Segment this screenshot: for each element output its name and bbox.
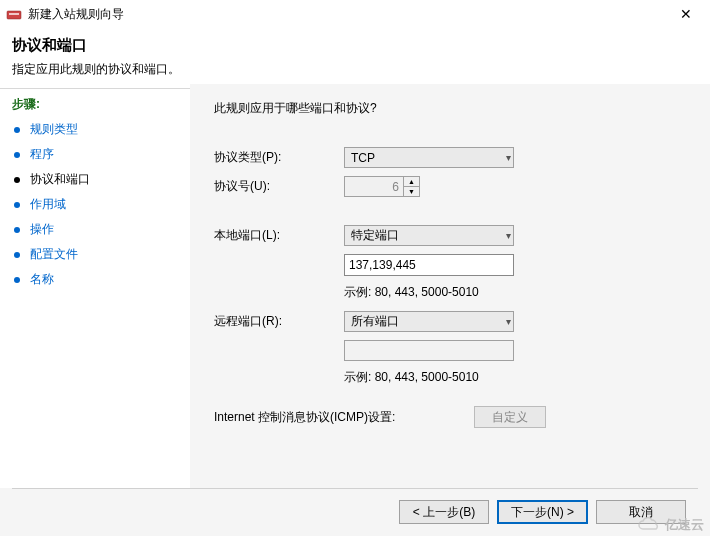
icmp-customize-button: 自定义 <box>474 406 546 428</box>
page-title: 协议和端口 <box>12 36 698 55</box>
spinner: ▲ ▼ <box>403 177 419 196</box>
steps-heading: 步骤: <box>12 96 182 113</box>
chevron-down-icon: ▾ <box>506 316 511 327</box>
remote-port-input <box>344 340 514 361</box>
local-port-dropdown[interactable]: 特定端口 ▾ <box>344 225 514 246</box>
sidebar-step-0[interactable]: 规则类型 <box>12 121 182 138</box>
row-icmp: Internet 控制消息协议(ICMP)设置: 自定义 <box>214 406 686 428</box>
titlebar: 新建入站规则向导 ✕ <box>0 0 710 28</box>
protocol-type-value: TCP <box>351 151 375 165</box>
footer-divider <box>12 488 698 489</box>
next-button[interactable]: 下一步(N) > <box>497 500 588 524</box>
step-label: 操作 <box>30 221 54 238</box>
local-port-example: 示例: 80, 443, 5000-5010 <box>344 284 686 301</box>
bullet-icon <box>14 152 20 158</box>
sidebar-step-3[interactable]: 作用域 <box>12 196 182 213</box>
step-label: 程序 <box>30 146 54 163</box>
bullet-icon <box>14 227 20 233</box>
local-port-label: 本地端口(L): <box>214 227 344 244</box>
svg-rect-1 <box>9 13 19 15</box>
step-label: 协议和端口 <box>30 171 90 188</box>
body: 步骤: 规则类型程序协议和端口作用域操作配置文件名称 此规则应用于哪些端口和协议… <box>0 84 710 488</box>
app-icon <box>6 6 22 22</box>
spin-down-icon[interactable]: ▼ <box>403 187 419 196</box>
bullet-icon <box>14 177 20 183</box>
chevron-down-icon: ▾ <box>506 230 511 241</box>
remote-port-label: 远程端口(R): <box>214 313 344 330</box>
close-button[interactable]: ✕ <box>670 4 702 24</box>
remote-port-example: 示例: 80, 443, 5000-5010 <box>344 369 686 386</box>
row-protocol-number: 协议号(U): 6 ▲ ▼ <box>214 176 686 197</box>
content-panel: 此规则应用于哪些端口和协议? 协议类型(P): TCP ▾ 协议号(U): 6 … <box>190 84 710 488</box>
back-button[interactable]: < 上一步(B) <box>399 500 489 524</box>
sidebar-step-1[interactable]: 程序 <box>12 146 182 163</box>
step-label: 配置文件 <box>30 246 78 263</box>
row-local-port: 本地端口(L): 特定端口 ▾ <box>214 225 686 246</box>
step-label: 规则类型 <box>30 121 78 138</box>
wizard-window: 新建入站规则向导 ✕ 协议和端口 指定应用此规则的协议和端口。 步骤: 规则类型… <box>0 0 710 536</box>
chevron-down-icon: ▾ <box>506 152 511 163</box>
sidebar-step-5[interactable]: 配置文件 <box>12 246 182 263</box>
cloud-icon <box>637 517 661 533</box>
row-protocol-type: 协议类型(P): TCP ▾ <box>214 147 686 168</box>
spin-up-icon[interactable]: ▲ <box>403 177 419 187</box>
bullet-icon <box>14 127 20 133</box>
sidebar-step-6[interactable]: 名称 <box>12 271 182 288</box>
remote-port-select-value: 所有端口 <box>351 313 399 330</box>
content-heading: 此规则应用于哪些端口和协议? <box>214 100 686 117</box>
protocol-type-dropdown[interactable]: TCP ▾ <box>344 147 514 168</box>
bullet-icon <box>14 277 20 283</box>
watermark: 亿速云 <box>637 516 704 534</box>
icmp-label: Internet 控制消息协议(ICMP)设置: <box>214 409 474 426</box>
page-subtitle: 指定应用此规则的协议和端口。 <box>12 61 698 78</box>
sidebar-step-4[interactable]: 操作 <box>12 221 182 238</box>
local-port-select-value: 特定端口 <box>351 227 399 244</box>
row-local-port-value: 137,139,445 <box>344 254 686 276</box>
protocol-type-label: 协议类型(P): <box>214 149 344 166</box>
row-remote-port: 远程端口(R): 所有端口 ▾ <box>214 311 686 332</box>
bullet-icon <box>14 202 20 208</box>
step-label: 名称 <box>30 271 54 288</box>
local-port-input[interactable]: 137,139,445 <box>344 254 514 276</box>
header-block: 协议和端口 指定应用此规则的协议和端口。 <box>0 28 710 88</box>
sidebar-step-2[interactable]: 协议和端口 <box>12 171 182 188</box>
protocol-number-label: 协议号(U): <box>214 178 344 195</box>
sidebar: 步骤: 规则类型程序协议和端口作用域操作配置文件名称 <box>0 84 190 488</box>
protocol-number-input: 6 ▲ ▼ <box>344 176 420 197</box>
protocol-number-value: 6 <box>345 180 403 194</box>
footer: < 上一步(B) 下一步(N) > 取消 <box>0 488 710 536</box>
step-label: 作用域 <box>30 196 66 213</box>
row-remote-port-value <box>344 340 686 361</box>
window-title: 新建入站规则向导 <box>28 6 670 23</box>
remote-port-dropdown[interactable]: 所有端口 ▾ <box>344 311 514 332</box>
bullet-icon <box>14 252 20 258</box>
